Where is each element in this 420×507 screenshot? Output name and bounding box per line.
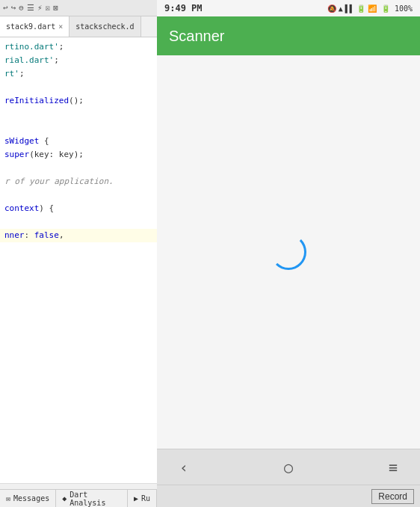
icon1[interactable]: ⊖ (19, 3, 24, 13)
wifi-icon: ▲ (339, 4, 343, 13)
phone-bottom-bar: Record (157, 485, 420, 507)
bottom-tab-run[interactable]: ▶ Ru (128, 490, 157, 507)
code-line-1: rtino.dart'; (0, 40, 157, 54)
code-scrollbar[interactable] (0, 483, 157, 489)
code-content: rtino.dart'; rial.dart'; rt'; reInitiali… (0, 37, 157, 483)
code-line-3: rt'; (0, 67, 157, 81)
tab-stackscheck[interactable]: stackscheck.d (70, 16, 140, 37)
messages-label: Messages (13, 494, 49, 503)
signal-icon: ▌▌ (345, 4, 354, 13)
tab-stackscheck-label: stackscheck.d (75, 22, 134, 31)
app-title: Scanner (169, 28, 225, 45)
phone-status-bar: 9:49 PM 🔕 ▲ ▌▌ 🔋 📶 🔋 100% (157, 0, 420, 16)
back-button[interactable]: ‹ (179, 458, 188, 476)
dart-analysis-label: Dart Analysis (70, 491, 121, 507)
bottom-tab-dart-analysis[interactable]: ◆ Dart Analysis (56, 490, 128, 507)
phone-nav-bar: ‹ ○ ≡ (157, 449, 420, 485)
code-line-14 (0, 215, 157, 229)
bottom-bar: ✉ Messages ◆ Dart Analysis ▶ Ru (0, 489, 157, 507)
status-icons: 🔕 ▲ ▌▌ 🔋 📶 🔋 100% (327, 4, 413, 13)
code-line-11: r of your application. (0, 175, 157, 188)
battery-icon: 🔋 (356, 4, 365, 13)
code-line-9: super(key: key); (0, 148, 157, 162)
status-time: 9:49 PM (164, 3, 203, 13)
phone-content (157, 55, 420, 449)
tab-stack9-label: stack9.dart (6, 22, 55, 31)
phone-panel: 9:49 PM 🔕 ▲ ▌▌ 🔋 📶 🔋 100% Scanner ‹ ○ ≡ … (157, 0, 420, 507)
app-bar: Scanner (157, 16, 420, 55)
icon2[interactable]: ☰ (27, 3, 34, 13)
redo-icon[interactable]: ↪ (11, 3, 16, 13)
spinner-container (271, 234, 306, 270)
code-line-10 (0, 162, 157, 175)
editor-tabs: stack9.dart × stackscheck.d (0, 16, 157, 37)
code-line-8: sWidget { (0, 135, 157, 148)
code-line-5: reInitialized(); (0, 94, 157, 108)
icon3[interactable]: ⚡ (37, 3, 43, 13)
notification-icon: 🔕 (327, 4, 336, 13)
code-line-12 (0, 188, 157, 202)
run-label: Ru (141, 494, 150, 503)
dart-analysis-icon: ◆ (62, 494, 67, 503)
code-line-6 (0, 108, 157, 121)
icon5[interactable]: ⊠ (53, 3, 58, 13)
home-button[interactable]: ○ (284, 458, 293, 476)
run-icon: ▶ (134, 494, 138, 503)
undo-icon[interactable]: ↩ (3, 3, 8, 13)
tab-stack9[interactable]: stack9.dart × (0, 16, 70, 37)
editor-toolbar: ↩ ↪ ⊖ ☰ ⚡ ☒ ⊠ (0, 0, 157, 16)
bottom-tab-messages[interactable]: ✉ Messages (0, 490, 56, 507)
messages-icon: ✉ (6, 494, 10, 503)
record-button[interactable]: Record (371, 489, 414, 504)
bottom-tabs: ✉ Messages ◆ Dart Analysis ▶ Ru (0, 490, 157, 507)
code-editor: ↩ ↪ ⊖ ☰ ⚡ ☒ ⊠ stack9.dart × stackscheck.… (0, 0, 157, 507)
code-line-13: context) { (0, 202, 157, 215)
battery-percent: 📶 🔋 100% (368, 4, 413, 13)
menu-button[interactable]: ≡ (389, 458, 398, 476)
code-line-7 (0, 121, 157, 135)
code-line-2: rial.dart'; (0, 54, 157, 67)
icon4[interactable]: ☒ (46, 3, 51, 13)
tab-stack9-close[interactable]: × (58, 22, 63, 31)
code-line-15: nner: false, (0, 229, 157, 242)
code-line-4 (0, 81, 157, 94)
loading-spinner (271, 234, 306, 270)
